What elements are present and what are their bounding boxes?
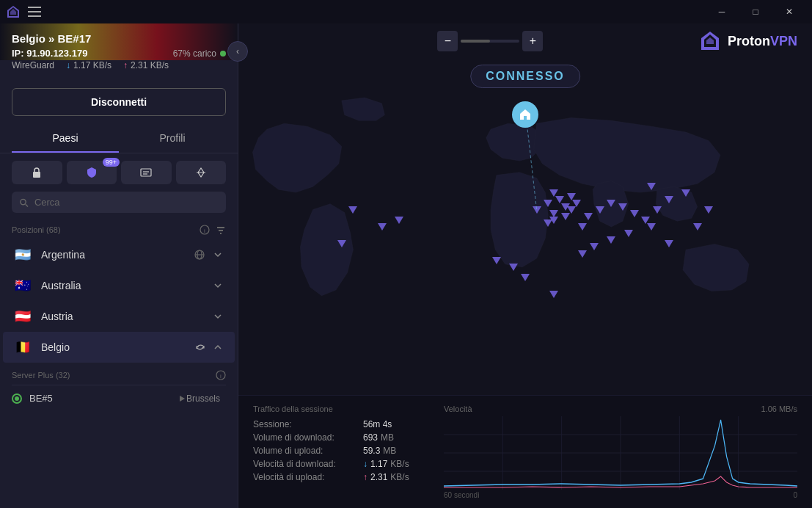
maximize-button[interactable]: □: [739, 0, 772, 23]
proton-logo-icon: [698, 29, 722, 53]
country-item-argentina[interactable]: 🇦🇷 Argentina: [3, 239, 235, 270]
country-actions-australia: [213, 280, 223, 291]
speed-down: ↓ 1.17 KB/s: [66, 60, 111, 70]
tab-profili[interactable]: Profili: [119, 125, 226, 153]
chevron-down-icon[interactable]: [213, 250, 223, 260]
country-name-argentina: Argentina: [41, 249, 194, 261]
country-actions-argentina: [194, 249, 223, 261]
connection-load: 67% carico: [173, 48, 226, 59]
chart-svg: [444, 416, 797, 490]
stat-row-upload-speed: Velocità di upload: ↑ 2.31 KB/s: [253, 472, 444, 482]
filter-plus-button[interactable]: 99+: [67, 161, 117, 184]
server-label-text: Server Plus (32): [12, 371, 70, 380]
status-text: CONNESSO: [486, 70, 565, 82]
map-background: CONNESSO: [238, 59, 812, 395]
ip-address: 91.90.123.179: [26, 48, 87, 59]
connection-header: Belgio » BE#17 IP: 91.90.123.179 67% car…: [0, 23, 238, 79]
svg-rect-16: [220, 233, 222, 234]
speed-down-value: 1.17 KB/s: [73, 60, 111, 70]
chevron-down-icon-australia[interactable]: [213, 280, 223, 291]
svg-rect-14: [217, 227, 224, 228]
stat-value-upload-vol: 59.3 MB: [363, 446, 396, 456]
disconnect-button[interactable]: Disconnetti: [12, 88, 226, 116]
titlebar: ─ □ ✕: [0, 0, 812, 23]
chevron-down-icon-austria[interactable]: [213, 311, 223, 322]
load-indicator: [220, 51, 226, 57]
search-row: [0, 192, 238, 220]
zoom-plus-button[interactable]: +: [522, 31, 543, 51]
chart-canvas: [444, 416, 797, 490]
filter-row: 99+: [0, 153, 238, 192]
zoom-controls: − +: [437, 31, 543, 51]
session-value: 56m 4s: [363, 419, 392, 429]
filter-p2p-button[interactable]: [121, 161, 172, 184]
search-input[interactable]: [34, 197, 219, 208]
stats-left: Traffico della sessione Sessione: 56m 4s…: [253, 404, 444, 499]
arrow-down-icon: ↓: [66, 60, 70, 70]
play-icon[interactable]: [178, 394, 186, 403]
tor-icon: [195, 167, 207, 178]
server-status-connected: [12, 393, 22, 404]
svg-rect-15: [219, 230, 223, 231]
disconnect-section: Disconnetti: [0, 79, 238, 125]
zoom-slider[interactable]: [461, 40, 519, 43]
stat-row-session: Sessione: 56m 4s: [253, 419, 444, 429]
stat-label-upload-speed: Velocità di upload:: [253, 472, 363, 482]
chevron-up-icon[interactable]: [213, 342, 223, 352]
sidebar-collapse-button[interactable]: ‹: [227, 41, 248, 62]
server-info-icon[interactable]: i: [216, 370, 226, 380]
country-item-australia[interactable]: 🇦🇺 Australia: [3, 270, 235, 301]
tab-paesi[interactable]: Paesi: [12, 125, 119, 153]
country-name-austria: Austria: [41, 311, 213, 322]
sidebar: Belgio » BE#17 IP: 91.90.123.179 67% car…: [0, 23, 238, 508]
sync-icon[interactable]: [195, 342, 205, 352]
chart-time-labels: 60 secondi 0: [444, 491, 797, 499]
svg-rect-5: [28, 15, 41, 17]
home-node[interactable]: [512, 101, 538, 128]
flag-belgio: 🇧🇪: [15, 341, 32, 354]
filter-tor-button[interactable]: [176, 161, 227, 184]
close-button[interactable]: ✕: [772, 0, 806, 23]
stat-label-download-speed: Velocità di download:: [253, 459, 363, 469]
svg-point-10: [21, 199, 26, 204]
search-wrap: [12, 192, 226, 213]
download-speed-unit: KB/s: [390, 459, 409, 469]
zoom-slider-fill: [461, 40, 490, 43]
country-list: Posizioni (68) i 🇦🇷 Argentina: [0, 220, 238, 508]
upload-speed-arrow: ↑: [363, 472, 367, 482]
filter-free-button[interactable]: [12, 161, 62, 184]
top-bar: − + ProtonVPN: [238, 23, 812, 59]
svg-text:i: i: [220, 373, 222, 380]
titlebar-controls: ─ □ ✕: [705, 0, 806, 23]
minimize-button[interactable]: ─: [705, 0, 739, 23]
download-vol-unit: MB: [381, 432, 394, 443]
server-name-be5: BE#5: [29, 393, 178, 404]
chart-header: Velocità 1.06 MB/s: [444, 404, 797, 413]
globe-icon[interactable]: [194, 249, 205, 261]
stat-row-upload-vol: Volume di upload: 59.3 MB: [253, 446, 444, 456]
server-section-label: Server Plus (32) i: [12, 366, 226, 385]
right-panel: − + ProtonVPN: [238, 23, 812, 508]
map-area: CONNESSO: [238, 59, 812, 395]
server-section: Server Plus (32) i BE#5 Brussels: [0, 363, 238, 411]
svg-line-11: [26, 204, 28, 206]
country-actions-austria: [213, 311, 223, 322]
server-item-be5[interactable]: BE#5 Brussels: [12, 385, 226, 411]
sort-icon[interactable]: [216, 225, 226, 235]
flag-austria: 🇦🇹: [15, 310, 32, 323]
svg-text:i: i: [204, 228, 205, 234]
upload-vol-value: 59.3: [363, 446, 380, 456]
plus-badge: 99+: [103, 158, 120, 167]
country-item-belgio[interactable]: 🇧🇪 Belgio: [3, 332, 235, 363]
hamburger-icon[interactable]: [28, 7, 41, 17]
connection-info: Belgio » BE#17 IP: 91.90.123.179 67% car…: [12, 32, 226, 70]
country-name-belgio: Belgio: [41, 341, 195, 353]
zoom-minus-button[interactable]: −: [437, 31, 458, 51]
upload-speed-value: 2.31: [370, 472, 387, 482]
country-item-austria[interactable]: 🇦🇹 Austria: [3, 301, 235, 332]
chart-max-speed: 1.06 MB/s: [761, 404, 797, 413]
search-icon: [19, 197, 29, 208]
connection-title: Belgio » BE#17: [12, 32, 226, 45]
country-name-australia: Australia: [41, 280, 213, 291]
info-icon[interactable]: i: [200, 225, 210, 235]
